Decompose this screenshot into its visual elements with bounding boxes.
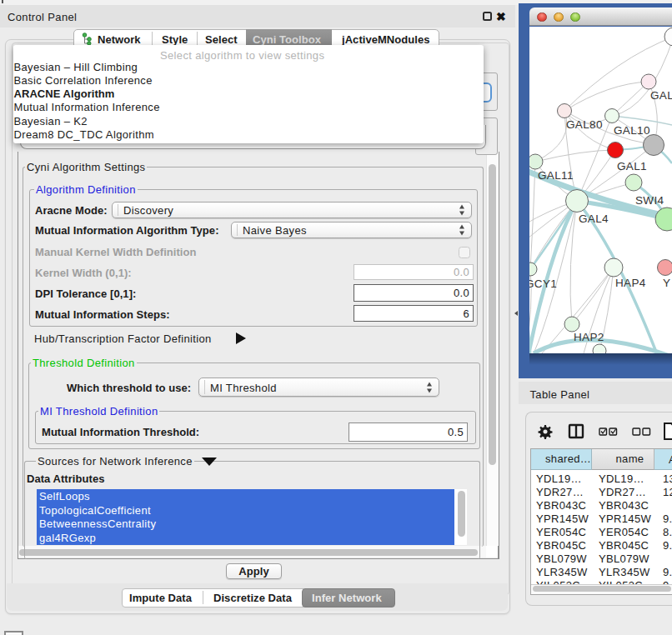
svg-text:GAL1: GAL1: [617, 160, 647, 172]
svg-text:GAL10: GAL10: [614, 124, 650, 137]
svg-text:HAP4: HAP4: [615, 277, 646, 289]
svg-text:GCY1: GCY1: [529, 278, 557, 290]
svg-text:GAL7: GAL7: [650, 89, 672, 102]
svg-text:GAL80: GAL80: [566, 118, 603, 131]
svg-text:GAL4: GAL4: [579, 212, 609, 225]
svg-text:SWI4: SWI4: [635, 194, 664, 207]
svg-text:GAL11: GAL11: [538, 169, 574, 182]
svg-text:Y: Y: [663, 277, 670, 289]
svg-text:HAP2: HAP2: [574, 331, 604, 343]
